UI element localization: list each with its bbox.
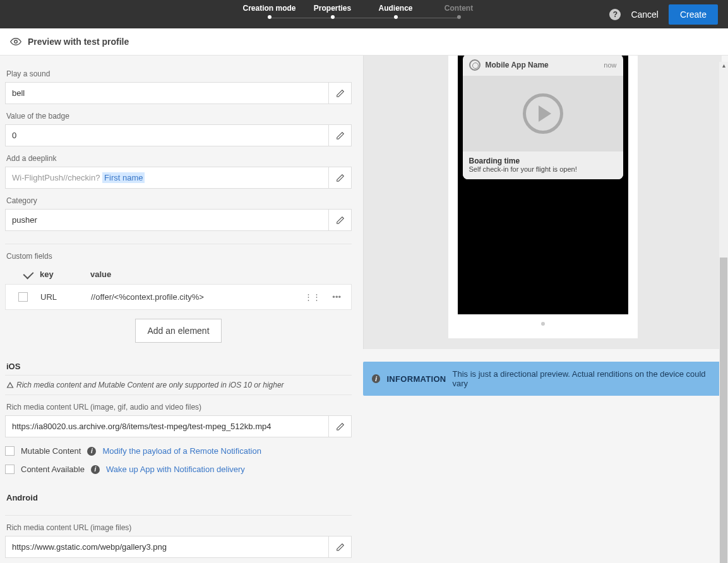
scrollbar-thumb[interactable]	[720, 258, 727, 563]
phone-frame: Mobile App Name now Boarding time Self c…	[448, 56, 638, 338]
custom-field-row[interactable]: URL //offer/<%context.profile.city%> ⋮⋮ …	[5, 284, 352, 310]
row-checkbox[interactable]	[18, 292, 28, 302]
cancel-button[interactable]: Cancel	[631, 9, 659, 20]
step-content[interactable]: Content	[427, 4, 491, 19]
row-key: URL	[40, 292, 91, 302]
info-banner: i INFORMATION This is just a directional…	[363, 362, 722, 396]
more-icon[interactable]: •••	[332, 292, 341, 302]
page-indicator	[541, 322, 545, 326]
mutable-content-link[interactable]: Modify the payload of a Remote Notificat…	[102, 446, 261, 456]
deeplink-input[interactable]: Wi-FlightPush//checkin? First name	[6, 167, 328, 188]
notification-message: Self check-in for your flight is open!	[469, 165, 617, 173]
wizard-steps: Creation mode Properties Audience Conten…	[238, 4, 491, 19]
android-section: Android	[6, 493, 352, 502]
android-media-label: Rich media content URL (image files)	[6, 523, 352, 532]
category-edit-button[interactable]	[328, 210, 351, 230]
category-label: Category	[6, 196, 352, 205]
app-icon	[469, 59, 480, 71]
warning-icon	[6, 381, 14, 389]
drag-handle-icon[interactable]: ⋮⋮	[304, 292, 321, 302]
badge-input[interactable]	[6, 125, 328, 146]
notification-title: Boarding time	[469, 157, 617, 165]
category-input[interactable]	[6, 210, 328, 230]
device-preview: Mobile App Name now Boarding time Self c…	[363, 56, 722, 349]
info-icon[interactable]: i	[91, 465, 100, 474]
eye-icon	[10, 36, 21, 47]
ios-warning: Rich media content and Mutable Content a…	[5, 375, 352, 395]
scroll-up-icon[interactable]: ▴	[719, 62, 728, 71]
android-media-input[interactable]	[6, 536, 328, 557]
header-bar: Creation mode Properties Audience Conten…	[0, 0, 728, 28]
row-value: //offer/<%context.profile.city%>	[91, 292, 304, 302]
android-media-edit-button[interactable]	[328, 536, 351, 557]
content-available-link[interactable]: Wake up App with Notification delivery	[106, 465, 245, 474]
ios-media-label: Rich media content URL (image, gif, audi…	[6, 403, 352, 412]
scrollbar[interactable]: ▴	[719, 62, 728, 563]
sound-input[interactable]	[6, 83, 328, 104]
step-audience[interactable]: Audience	[364, 4, 427, 19]
deeplink-edit-button[interactable]	[328, 167, 351, 188]
notification-time: now	[604, 61, 616, 69]
subheader: Preview with test profile	[0, 28, 728, 56]
left-panel: Play a sound Value of the badge Add a de…	[0, 56, 357, 560]
ios-section: iOS	[6, 362, 352, 371]
mutable-content-checkbox[interactable]	[5, 446, 15, 456]
deeplink-label: Add a deeplink	[6, 154, 352, 163]
info-icon: i	[372, 374, 380, 383]
deeplink-token[interactable]: First name	[102, 172, 145, 183]
check-icon	[23, 269, 33, 280]
ios-media-edit-button[interactable]	[328, 416, 351, 437]
right-panel: Mobile App Name now Boarding time Self c…	[357, 56, 728, 560]
notification-card: Mobile App Name now Boarding time Self c…	[463, 56, 623, 179]
mutable-content-label: Mutable Content	[21, 446, 81, 456]
notification-media	[463, 76, 623, 151]
content-available-checkbox[interactable]	[5, 465, 15, 474]
help-icon[interactable]: ?	[609, 9, 621, 20]
info-icon[interactable]: i	[87, 447, 96, 456]
step-properties[interactable]: Properties	[301, 4, 364, 19]
badge-label: Value of the badge	[6, 112, 352, 121]
custom-table-header: key value	[5, 264, 352, 284]
sound-edit-button[interactable]	[328, 83, 351, 104]
custom-fields-label: Custom fields	[6, 252, 352, 261]
notification-app-name: Mobile App Name	[486, 61, 604, 69]
ios-media-input[interactable]	[6, 416, 328, 437]
add-element-button[interactable]: Add an element	[135, 319, 221, 343]
badge-edit-button[interactable]	[328, 125, 351, 146]
preview-with-test-profile[interactable]: Preview with test profile	[28, 37, 129, 47]
play-icon	[523, 93, 563, 134]
content-available-label: Content Available	[21, 465, 85, 474]
svg-point-0	[15, 40, 18, 44]
sound-label: Play a sound	[6, 69, 352, 78]
create-button[interactable]: Create	[669, 4, 718, 25]
step-creation-mode[interactable]: Creation mode	[238, 4, 301, 19]
